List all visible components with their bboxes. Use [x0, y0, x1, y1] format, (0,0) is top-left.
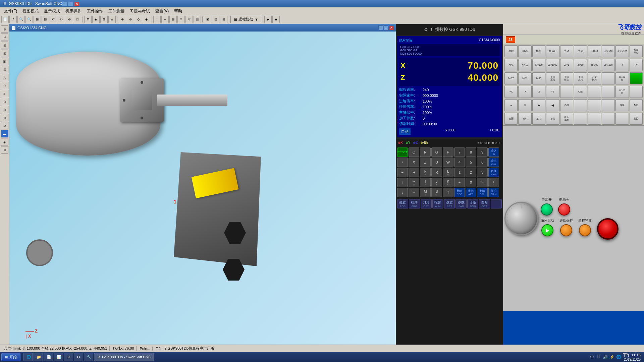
ctrl-zoom-out[interactable]: 缩小	[518, 113, 531, 125]
toolbar-btn21[interactable]: ⊞	[169, 16, 177, 23]
toolbar-btn23[interactable]: ▽	[185, 16, 193, 23]
estop-button[interactable]	[597, 218, 619, 240]
toolbar-btn12[interactable]: ◈	[92, 16, 100, 23]
key-5[interactable]: 5	[466, 158, 476, 167]
menu-workpiece-ops[interactable]: 工件操作	[84, 8, 106, 15]
sidebar-icon-3[interactable]: ⊞	[1, 42, 8, 49]
key-h[interactable]: H	[409, 168, 419, 177]
key-z[interactable]: Z	[420, 158, 431, 167]
ctrl-xi1000[interactable]: XI×1000	[546, 59, 559, 71]
key-arrow-right[interactable]: →A	[409, 178, 419, 187]
key-output[interactable]: 输出OUT	[488, 158, 499, 167]
speed-override-knob[interactable]	[504, 202, 538, 235]
ctrl-w100[interactable]: W100行	[615, 72, 629, 84]
sidebar-icon-14[interactable]: ▬	[1, 130, 8, 137]
key-pos[interactable]: 位置 POS	[397, 199, 408, 208]
ctrl-xi10[interactable]: XI×10	[518, 59, 531, 71]
ctrl-w100-2[interactable]: W100行	[615, 86, 629, 98]
key-3[interactable]: 3	[477, 168, 488, 177]
toolbar-btn20[interactable]: ↔	[161, 16, 169, 23]
key-s[interactable]: S1	[431, 188, 442, 197]
power-off-button[interactable]	[558, 203, 570, 216]
toolbar-btn25[interactable]: ⊠	[204, 16, 211, 23]
ctrl-blank12[interactable]	[615, 113, 629, 125]
ctrl-neg-y[interactable]: -Y	[615, 59, 629, 71]
menu-view[interactable]: 查看(V)	[153, 8, 171, 15]
ctrl-xi100[interactable]: XI×100	[532, 59, 545, 71]
ctrl-pos-x[interactable]: +X	[504, 86, 518, 98]
ctrl-cs[interactable]: C/S	[574, 86, 587, 98]
key-gt[interactable]: >	[477, 178, 488, 187]
ctrl-5pct[interactable]: 5%	[630, 99, 643, 111]
toolbar-btn11[interactable]: ⚙	[84, 16, 92, 23]
toolbar-new[interactable]: 📄	[1, 16, 9, 23]
key-7[interactable]: 7	[454, 147, 465, 157]
ctrl-3pct[interactable]: 3%	[615, 99, 629, 111]
toolbar-play[interactable]: ▶	[264, 16, 272, 23]
ctrl-blank3[interactable]	[588, 86, 601, 98]
toolbar-btn27[interactable]: ⊞	[220, 16, 227, 23]
start-button[interactable]: ⊞ 开始	[1, 353, 20, 361]
ctrl-blank6[interactable]	[574, 99, 587, 111]
overtravel-button[interactable]	[579, 224, 591, 236]
ctrl-blank5[interactable]	[630, 86, 643, 98]
ctrl-single-block[interactable]: 单段	[504, 45, 518, 57]
toolbar-btn13[interactable]: ⊛	[100, 16, 108, 23]
menu-view-mode[interactable]: 视图模式	[20, 8, 41, 15]
menu-exercises[interactable]: 习题与考试	[127, 8, 153, 15]
key-hash[interactable]: /#	[488, 178, 499, 187]
ctrl-run-to[interactable]: 至运行	[546, 45, 559, 57]
toolbar-btn26[interactable]: ⊡	[212, 16, 219, 23]
key-9[interactable]: 9	[477, 147, 488, 157]
ctrl-zi1000[interactable]: ZI×1000	[602, 59, 615, 71]
ctrl-spindle-stop[interactable]: 主轴停止	[560, 72, 573, 84]
key-f[interactable]: FE	[420, 168, 431, 177]
key-eob[interactable]: 删除EOB	[454, 188, 465, 197]
key-r[interactable]: R	[431, 168, 442, 177]
key-alm[interactable]: 报警 ALM	[432, 199, 443, 208]
key-8[interactable]: 8	[466, 147, 476, 157]
maximize-button[interactable]: □	[68, 1, 73, 6]
taskbar-acrobat[interactable]: 📄	[44, 353, 53, 361]
ctrl-xi1[interactable]: XI×1	[504, 59, 518, 71]
sidebar-icon-2[interactable]: ↗	[1, 34, 8, 41]
key-2[interactable]: 2	[466, 168, 476, 177]
key-i[interactable]: IA	[420, 178, 431, 187]
ctrl-spindle-fwd[interactable]: 主轴正转	[546, 72, 559, 84]
key-x[interactable]: X	[409, 158, 419, 167]
cycle-start-button[interactable]: ▶	[541, 224, 553, 236]
taskbar-app4[interactable]: 🖥	[64, 353, 73, 361]
sidebar-icon-8[interactable]: ◇	[1, 82, 8, 89]
key-set[interactable]: 设置 SET	[444, 199, 455, 208]
viewport-maximize[interactable]: □	[384, 25, 388, 30]
sidebar-icon-10[interactable]: ⊙	[1, 98, 8, 105]
toolbar-stop[interactable]: ■	[272, 16, 280, 23]
key-k[interactable]: KC	[443, 178, 453, 187]
key-dgn[interactable]: 诊断 DGN	[467, 199, 478, 208]
ctrl-reset[interactable]: 复位	[630, 113, 643, 125]
ctrl-sim[interactable]: 模拟	[532, 45, 545, 57]
key-6[interactable]: 6	[477, 158, 488, 167]
key-alt[interactable]: 删除ALT	[466, 188, 476, 197]
menu-display-mode[interactable]: 显示模式	[41, 8, 63, 15]
ctrl-m30[interactable]: M30	[532, 72, 545, 84]
key-m[interactable]: M1	[420, 188, 431, 197]
toolbar-btn19[interactable]: ↕	[153, 16, 161, 23]
power-on-button[interactable]	[541, 203, 553, 216]
ctrl-blank10[interactable]	[588, 113, 601, 125]
ctrl-home[interactable]: 回参考点	[630, 45, 643, 57]
key-1[interactable]: 1	[454, 168, 465, 177]
sidebar-icon-13[interactable]: ↺	[1, 122, 8, 129]
ctrl-blank11[interactable]	[602, 113, 615, 125]
key-l[interactable]: LD	[443, 168, 453, 177]
ctrl-left-arrow[interactable]: ◀	[546, 99, 559, 111]
menu-machine-ops[interactable]: 机床操作	[63, 8, 84, 15]
toolbar-btn22[interactable]: ≡	[177, 16, 185, 23]
minimize-button[interactable]: ─	[62, 1, 67, 6]
ctrl-right-arrow[interactable]: ▶	[532, 99, 545, 111]
key-p[interactable]: P	[443, 147, 453, 157]
taskbar-app5[interactable]: ⚙	[74, 353, 83, 361]
ctrl-zi1[interactable]: ZI×1	[560, 59, 573, 71]
key-0[interactable]: 0	[466, 178, 476, 187]
menu-measure[interactable]: 工件测量	[106, 8, 127, 15]
